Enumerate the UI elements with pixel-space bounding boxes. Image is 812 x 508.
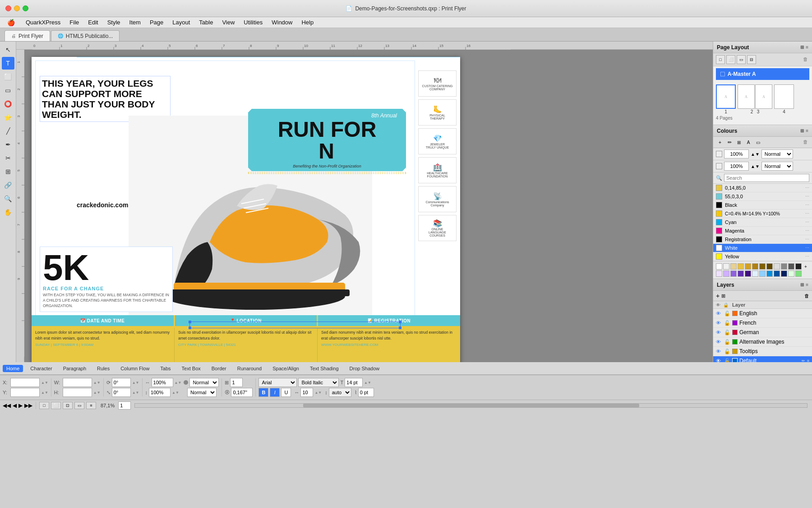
text-tool[interactable]: T xyxy=(2,57,14,70)
palette-swatch-black[interactable] xyxy=(795,263,802,270)
pl-facing-icon[interactable]: ▭ xyxy=(737,55,746,64)
menu-file[interactable]: File xyxy=(66,18,83,27)
palette-swatch-7[interactable] xyxy=(766,263,773,270)
pl-spread-icon[interactable]: ⬜ xyxy=(726,55,735,64)
style-select[interactable]: Bold Italic Regular Bold Italic xyxy=(298,378,339,387)
apple-menu[interactable]: 🍎 xyxy=(4,18,18,27)
prop-tab-tabs[interactable]: Tabs xyxy=(157,365,174,372)
scale-spin-1[interactable]: ▲▼ xyxy=(175,381,182,385)
pointer-tool[interactable]: ↖ xyxy=(2,43,14,56)
hand-tool[interactable]: ✋ xyxy=(2,206,14,219)
view-fit-btn[interactable]: ⊡ xyxy=(63,402,73,409)
edit-colour-btn[interactable]: ✏ xyxy=(725,138,734,146)
tab-print-flyer[interactable]: 🖨 Print Flyer xyxy=(5,30,50,41)
y-input[interactable]: 9,232" xyxy=(10,388,40,397)
tracking-spin[interactable]: ▲▼ xyxy=(314,391,322,395)
close-button[interactable] xyxy=(5,5,11,11)
layer-alt-vis[interactable]: 👁 xyxy=(716,339,722,345)
layer-default-lock[interactable]: 🔓 xyxy=(724,358,730,363)
palette-swatch-p2[interactable] xyxy=(723,270,729,277)
palette-swatch-b2[interactable] xyxy=(759,270,766,277)
layer-alt-lock[interactable]: 🔓 xyxy=(724,339,730,345)
palette-swatch-p1[interactable] xyxy=(716,270,722,277)
menu-utilities[interactable]: Utilities xyxy=(240,18,266,27)
font-size-spin[interactable]: ▲▼ xyxy=(364,381,371,385)
font-select[interactable]: Arial xyxy=(258,378,297,387)
normal-select-2[interactable]: Normal xyxy=(187,388,217,397)
palette-swatch-p4[interactable] xyxy=(738,270,744,277)
baseline-input[interactable] xyxy=(358,388,374,397)
page-input[interactable] xyxy=(118,401,131,410)
colour-item-cyan[interactable]: Cyan ⋯ xyxy=(713,218,812,227)
palette-swatch-b5[interactable] xyxy=(781,270,787,277)
colour-percent-2[interactable]: 100% xyxy=(724,162,749,171)
duplicate-layer-btn[interactable]: ⊞ xyxy=(721,293,725,299)
nav-end-btn[interactable]: ▶▶ xyxy=(24,402,32,409)
palette-swatch-3[interactable] xyxy=(738,263,744,270)
page-layout-options[interactable]: ≡ xyxy=(806,45,808,50)
h-spin[interactable]: ▲▼ xyxy=(93,391,101,395)
website-text[interactable]: crackedonic.com xyxy=(77,201,128,209)
menu-edit[interactable]: Edit xyxy=(84,18,102,27)
prop-tab-column-flow[interactable]: Column Flow xyxy=(117,365,153,372)
layer-english-vis[interactable]: 👁 xyxy=(716,311,722,316)
page-thumb-4[interactable]: 4 xyxy=(774,84,794,114)
colour-item-magenta[interactable]: Magenta ⋯ xyxy=(713,227,812,235)
menu-window[interactable]: Window xyxy=(268,18,296,27)
tracking-input[interactable] xyxy=(300,388,313,397)
minimize-button[interactable] xyxy=(14,5,20,11)
canvas-area[interactable]: /* ruler ticks rendered inline */ 0 1 2 … xyxy=(16,42,713,362)
menu-view[interactable]: View xyxy=(218,18,238,27)
tab-html5-publication[interactable]: 🌐 HTML5 Publicatio... xyxy=(51,30,120,41)
colour-item-white[interactable]: White ⋯ xyxy=(713,244,812,252)
blend-mode-1[interactable]: Normal Multiply Screen xyxy=(761,149,793,158)
cols-input[interactable] xyxy=(230,378,243,387)
delete-layer-btn[interactable]: 🗑 xyxy=(804,293,809,298)
leading-select[interactable]: auto xyxy=(329,388,351,397)
prop-tab-space-align[interactable]: Space/Align xyxy=(269,365,303,372)
prop-tab-character[interactable]: Character xyxy=(27,365,55,372)
palette-swatch-10[interactable] xyxy=(788,263,794,270)
prop-tab-text-shading[interactable]: Text Shading xyxy=(306,365,342,372)
angle-input-2[interactable] xyxy=(112,388,131,397)
view-options-btn[interactable]: ≡ xyxy=(86,402,96,409)
layer-german-lock[interactable]: 🔓 xyxy=(724,330,730,336)
x-input[interactable]: 4,386" xyxy=(10,378,40,387)
colours-expand[interactable]: ⊞ xyxy=(800,128,804,133)
layer-german-vis[interactable]: 👁 xyxy=(716,330,722,335)
prop-tab-drop-shadow[interactable]: Drop Shadow xyxy=(346,365,383,372)
layer-german[interactable]: 👁 🔓 German xyxy=(713,328,812,337)
pl-single-page-icon[interactable]: □ xyxy=(716,55,725,64)
rounded-rect-tool[interactable]: ▭ xyxy=(2,84,14,97)
maximize-button[interactable] xyxy=(23,5,28,11)
palette-swatch-5[interactable] xyxy=(752,263,758,270)
master-page-item[interactable]: □ A-Master A xyxy=(716,68,809,80)
colour-item-black[interactable]: Black ⋯ xyxy=(713,201,812,210)
menu-table[interactable]: Table xyxy=(195,18,217,27)
delete-colour-btn[interactable]: 🗑 xyxy=(803,139,809,145)
scale-spin-2[interactable]: ▲▼ xyxy=(172,391,179,395)
colour-item-cmyk[interactable]: C=0.4% M=14.9% Y=100% ⋯ xyxy=(713,210,812,218)
w-input[interactable]: 2,568" xyxy=(63,378,92,387)
nav-start-btn[interactable]: ◀◀ xyxy=(3,402,11,409)
view-spread-btn[interactable]: ⬜ xyxy=(51,402,61,409)
w-spin[interactable]: ▲▼ xyxy=(93,381,101,385)
layer-french[interactable]: 👁 🔓 French xyxy=(713,318,812,328)
colour-item-yellow[interactable]: Yellow ⋯ xyxy=(713,252,812,261)
ellipse-tool[interactable]: ⭕ xyxy=(2,98,14,110)
colour-percent-1[interactable]: 100% xyxy=(724,149,749,158)
page-thumb-23[interactable]: A A 2 3 xyxy=(738,84,772,114)
bold-button[interactable]: B xyxy=(258,388,268,397)
colour-text-btn[interactable]: A xyxy=(744,138,752,146)
palette-add-btn[interactable]: + xyxy=(803,263,809,270)
layer-default-edit[interactable]: ✏ xyxy=(802,359,805,362)
scale-input-1[interactable] xyxy=(152,378,173,387)
colour-item-registration[interactable]: Registration ⋯ xyxy=(713,235,812,244)
pl-gatefold-icon[interactable]: ⊟ xyxy=(747,55,756,64)
prop-tab-paragraph[interactable]: Paragraph xyxy=(60,365,90,372)
colour-grid-btn[interactable]: ⊞ xyxy=(735,138,743,146)
palette-swatch-2[interactable] xyxy=(730,263,737,270)
blend-mode-2[interactable]: Normal Multiply xyxy=(761,162,793,171)
y-spin[interactable]: ▲▼ xyxy=(41,391,48,395)
view-mode-btn[interactable]: ▭ xyxy=(74,402,84,409)
